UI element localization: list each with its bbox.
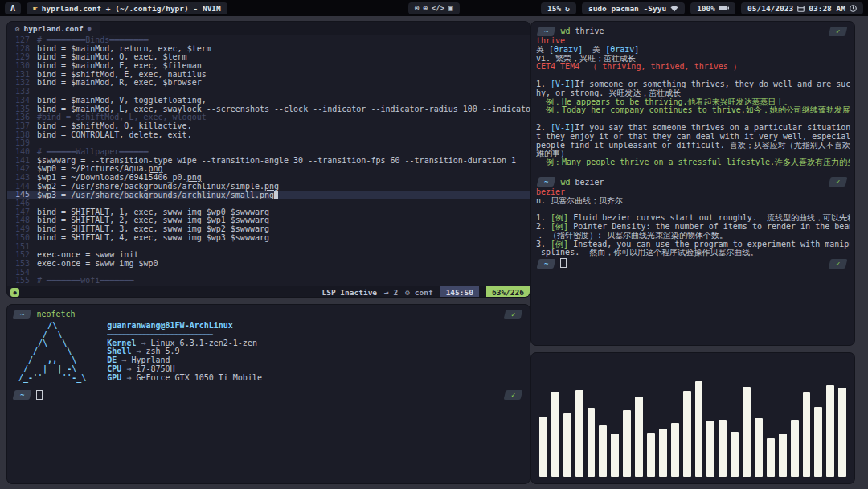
editor-line[interactable]: 148bind = SHIFTALT, 2, exec, swww img $w… [7,216,530,225]
check-icon: ✓ [511,390,515,400]
nvim-window[interactable]: ⚙ hyprland.conf ● 127# ━━━━━━━━Binds━━━━… [6,21,530,298]
editor-line[interactable]: 141$swwwarg = --transition-type wipe --t… [7,157,530,166]
editor-line[interactable]: 131bind = $shiftMod, E, exec, nautilus [7,71,530,80]
terminal-line: people find it unpleasant or difficult. … [536,142,850,150]
time-text: 03:28 AM [809,4,845,13]
terminal-line: 例：Today her company continues to thrive.… [536,106,850,115]
editor-line[interactable]: 132bind = $mainMod, R, exec, $browser [7,79,530,88]
editor-line[interactable]: 133 [7,88,530,97]
line-number: 140 [7,148,37,157]
shell-prompt-line[interactable]: ~✓ [12,390,525,401]
check-icon: ✓ [511,310,515,319]
arrow-icon: ⇒ [121,374,136,382]
editor-line[interactable]: 149bind = SHIFTALT, 3, exec, swww img $w… [7,225,530,234]
shell-prompt-line[interactable]: ~wd bezier✓ [536,177,850,187]
text-segment: people find it unpleasant or difficult. … [536,142,850,150]
editor-line[interactable]: 152exec-once = swww init [7,251,530,260]
tray-icon[interactable]: ▣ [448,4,452,12]
line-text: bind = SHIFTALT, 4, exec, swww img $wp3 … [37,234,269,243]
info-value: Hyprland [131,356,170,364]
arch-logo-icon[interactable]: Λ [5,2,21,14]
editor-line[interactable]: 142$wp0 = ~/Pictures/Aqua.png [7,165,530,174]
editor-line[interactable]: 145$wp3 = /usr/share/backgrounds/archlin… [7,191,530,199]
editor-line[interactable]: 153exec-once = swww img $wp0 [7,260,530,269]
editor-line[interactable]: 137bind = $shiftMod, Q, killactive, [7,122,530,131]
editor-line[interactable]: 135bind = $mainMod, L, exec, swaylock --… [7,105,530,114]
editor-area[interactable]: 127# ━━━━━━━━Binds━━━━━━━━128bind = $mai… [7,35,530,286]
terminal-dictionary-window[interactable]: ~wd thrive✓thrive英 [θraɪv] 美 [θraɪv]vi. … [530,21,855,346]
line-text: # ━━━━━━━wofi━━━━━━━ [37,277,133,286]
tray-icon[interactable]: ⊙ [415,4,419,12]
editor-line[interactable]: 128bind = $mainMod, return, exec, $term [7,45,530,54]
editor-line[interactable]: 136#bind = $shiftMod, L, exec, wlogout [7,113,530,122]
cava-bar [767,438,775,477]
text-segment: 1. [536,80,551,88]
tray-icon[interactable]: ⊕ [423,4,427,12]
command-text: wd bezier [560,178,604,187]
cava-bar [623,410,631,477]
shell-prompt-line[interactable]: ~wd thrive✓ [536,26,850,36]
text-segment: $wp3 = /usr/share/backgrounds/archlinux/… [37,191,260,199]
calendar-icon [797,5,805,12]
editor-line[interactable]: 146 [7,199,530,208]
audio-visualizer-window[interactable] [530,352,855,484]
refresh-icon: ↻ [565,4,570,13]
cava-bar [539,417,547,477]
cava-bar [791,420,799,477]
text-segment: hy, or strong. 兴旺发达；茁壮成长 [536,89,681,97]
text-segment: bind = $mainMod, V, togglefloating, [37,97,207,105]
text-segment: $swwwarg = --transition-type wipe --tran… [37,157,516,165]
editor-line[interactable]: 134bind = $mainMod, V, togglefloating, [7,97,530,105]
editor-line[interactable]: 127# ━━━━━━━━Binds━━━━━━━━ [7,36,530,45]
editor-line[interactable]: 151 [7,243,530,252]
text-segment: If someone or something thrives, they do… [575,80,850,88]
editor-line[interactable]: 150bind = SHIFTALT, 4, exec, swww img $w… [7,234,530,243]
text-segment: 例：Many people thrive on a stressful life… [536,158,850,166]
line-number: 143 [7,174,37,183]
text-segment: bind = SHIFTALT, 2, exec, swww img $wp1 … [37,216,269,224]
clock-widget[interactable]: 05/14/2023 03:28 AM [741,2,863,14]
editor-line[interactable]: 129bind = $mainMod, Q, exec, $term [7,53,530,62]
terminal-neofetch-window[interactable]: ~neofetch✓ /\ / \ /\ \ / \ / ,, \ / | | … [6,304,530,484]
cava-bar [563,413,571,477]
text-segment: 例：He appears to be thriving.他看起来兴旺发达蒸蒸日上… [536,98,792,106]
line-text: # ━━━━━━━━Binds━━━━━━━━ [37,36,148,45]
nvim-buffer-tab[interactable]: ⚙ hyprland.conf ● [7,22,100,35]
line-number: 139 [7,139,37,148]
prompt-segment: ~ [537,27,556,36]
cpu-widget[interactable]: 15% ↻ [541,2,576,14]
terminal-line: t they enjoy it or that they can deal wi… [536,133,850,142]
info-label: CPU [107,365,121,373]
line-text: exec-once = swww img $wp0 [37,260,158,269]
filetype-gear-icon: ⚙ [15,25,19,33]
editor-line[interactable]: 138bind = CONTROLALT, delete, exit, [7,131,530,140]
prompt-path: ~ [544,259,548,269]
editor-line[interactable]: 139 [7,139,530,148]
line-text: $wp1 = ~/Downloads/69415406_p0.png [37,174,202,183]
text-segment: [θraɪv] [549,46,583,54]
tray-icon[interactable]: </> [432,4,444,12]
line-number: 144 [7,183,37,191]
prompt-segment: ~ [13,310,32,319]
system-tray[interactable]: ⊙⊕</>▣ [408,2,460,14]
shell-prompt-line[interactable]: ~✓ [536,258,850,269]
editor-line[interactable]: 155# ━━━━━━━wofi━━━━━━━ [7,277,530,286]
text-segment: CET4 TEM4 （ thriving, thrived, thrives ） [536,63,741,71]
text-segment: Instead, you can use the program to expe… [568,240,850,249]
line-number: 135 [7,105,37,114]
line-number: 153 [7,260,37,269]
editor-line[interactable]: 140# ━━━━━━Wallpaper━━━━━━ [7,148,530,157]
editor-line[interactable]: 143$wp1 = ~/Downloads/69415406_p0.png [7,174,530,183]
text-segment: neofetch [36,310,75,318]
active-window-title[interactable]: ☛ hyprland.conf + (~/.config/hypr) - NVI… [27,2,227,14]
editor-line[interactable]: 154 [7,269,530,277]
terminal-line: CET4 TEM4 （ thriving, thrived, thrives ） [536,63,850,72]
text-segment: 例：Today her company continues to thrive.… [536,106,850,114]
editor-line[interactable]: 147bind = SHIFTALT, 1, exec, swww img $w… [7,208,530,217]
battery-widget[interactable]: 100% [690,2,735,14]
editor-line[interactable]: 130bind = $mainMod, E, exec, $fileman [7,62,530,71]
shell-prompt-line[interactable]: ~neofetch✓ [12,309,525,319]
editor-line[interactable]: 144$wp2 = /usr/share/backgrounds/archlin… [7,183,530,191]
scroll-progress: 63%/226 [486,286,530,298]
updates-widget[interactable]: sudo pacman -Syyu [582,2,685,14]
